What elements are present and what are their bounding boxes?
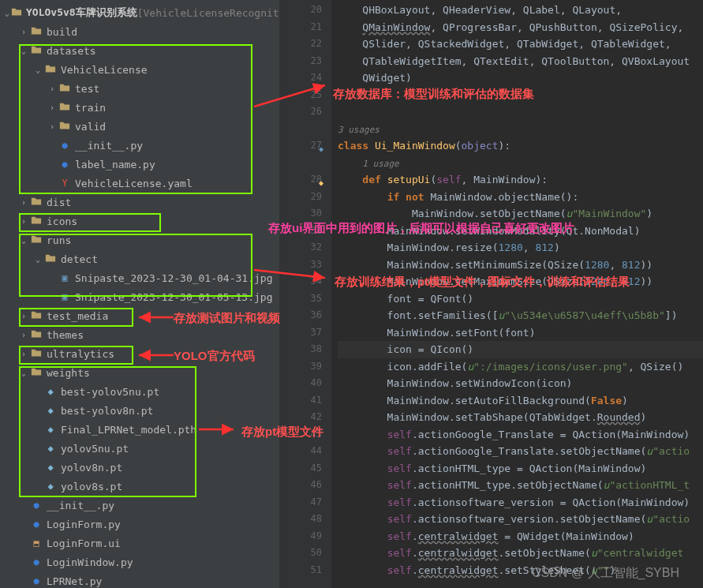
chevron-right-icon[interactable]: › bbox=[19, 312, 28, 320]
code-area[interactable]: QHBoxLayout, QHeaderView, QLabel, QLayou… bbox=[331, 0, 703, 588]
tree-item-label: test bbox=[75, 83, 99, 95]
tree-item[interactable]: ›dist bbox=[0, 193, 279, 212]
tree-item[interactable]: ›build bbox=[0, 22, 279, 41]
line-number: 37 bbox=[280, 324, 322, 342]
code-line[interactable]: MainWindow.resize(1280, 812) bbox=[338, 239, 703, 257]
code-line[interactable]: self.centralwidget.setObjectName(u"centr… bbox=[338, 545, 703, 562]
code-line[interactable]: MainWindow.setWindowIcon(icon) bbox=[338, 375, 703, 392]
line-number: 49 bbox=[280, 528, 322, 545]
code-line[interactable]: def setupUi(self, MainWindow): bbox=[338, 171, 703, 189]
img-icon: ▣ bbox=[58, 290, 71, 303]
project-tree[interactable]: ⌄YOLOv5v8车牌识别系统 [VehicleLicenseRecogniti… bbox=[0, 0, 280, 588]
tree-item[interactable]: ›themes bbox=[0, 325, 279, 344]
code-line[interactable]: self.actionHTML_type.setObjectName(u"act… bbox=[338, 477, 703, 494]
code-line[interactable]: font.setFamilies([u"\u534e\u6587\u4eff\u… bbox=[338, 307, 703, 324]
tree-item[interactable]: ›test_media bbox=[0, 306, 279, 325]
chevron-right-icon[interactable]: › bbox=[19, 217, 28, 226]
code-line[interactable]: MainWindow.setObjectName(u"MainWindow") bbox=[338, 205, 703, 223]
tree-item[interactable]: ●__init__.py bbox=[0, 496, 279, 515]
tree-item[interactable]: ●LoginForm.py bbox=[0, 515, 279, 534]
tree-item-label: yolov5nu.pt bbox=[61, 443, 129, 455]
tree-item[interactable]: ◆yolov8s.pt bbox=[0, 477, 279, 496]
tree-item[interactable]: ◆best-yolov5nu.pt bbox=[0, 382, 279, 401]
tree-item[interactable]: ›test bbox=[0, 79, 279, 98]
tree-item[interactable]: ⌄weights bbox=[0, 363, 279, 382]
tree-item[interactable]: ⌄runs bbox=[0, 230, 279, 249]
line-number: 50 bbox=[280, 545, 322, 562]
tree-item[interactable]: ›train bbox=[0, 98, 279, 117]
chevron-right-icon[interactable]: › bbox=[19, 28, 28, 36]
chevron-right-icon[interactable]: › bbox=[19, 198, 28, 207]
code-line[interactable]: self.actionsoftware_version = QAction(Ma… bbox=[338, 494, 703, 511]
chevron-right-icon[interactable]: › bbox=[19, 350, 28, 358]
chevron-right-icon[interactable]: › bbox=[19, 331, 28, 339]
watermark: CSDN @ 人工智能_SYBH bbox=[532, 565, 679, 582]
tree-item-label: icons bbox=[47, 215, 77, 227]
tree-item[interactable]: ●label_name.py bbox=[0, 155, 279, 174]
code-line[interactable]: self.actionGoogle_Translate.setObjectNam… bbox=[338, 443, 703, 460]
tree-item[interactable]: ⌄YOLOv5v8车牌识别系统 [VehicleLicenseRecogniti… bbox=[0, 3, 279, 22]
code-editor[interactable]: 20212223242526 27◆ 28◆293031323334353637… bbox=[280, 0, 703, 588]
code-line[interactable]: QSlider, QStackedWidget, QTabWidget, QTa… bbox=[338, 36, 703, 53]
code-line[interactable] bbox=[338, 103, 703, 121]
chevron-down-icon[interactable]: ⌄ bbox=[19, 236, 28, 245]
tree-item[interactable]: ●LPRNet.py bbox=[0, 571, 279, 588]
code-line[interactable]: MainWindow.setFont(font) bbox=[338, 324, 703, 342]
tree-item[interactable]: ●LoginWindow.py bbox=[0, 552, 279, 571]
tree-item[interactable]: ●__init__.py bbox=[0, 136, 279, 155]
code-line[interactable]: 1 usage bbox=[338, 155, 703, 172]
tree-item[interactable]: ⌄datasets bbox=[0, 41, 279, 60]
chevron-down-icon[interactable]: ⌄ bbox=[33, 66, 43, 74]
pt-icon: ◆ bbox=[44, 480, 57, 492]
tree-item-label: best-yolov5nu.pt bbox=[61, 386, 159, 398]
chevron-right-icon[interactable]: › bbox=[47, 122, 57, 131]
code-line[interactable]: MainWindow.setMinimumSize(QSize(1280, 81… bbox=[338, 257, 703, 274]
line-number bbox=[280, 121, 322, 138]
tree-item[interactable]: ›valid bbox=[0, 117, 279, 136]
code-line[interactable]: icon = QIcon() bbox=[338, 341, 703, 358]
code-line[interactable]: QTableWidgetItem, QTextEdit, QToolButton… bbox=[338, 53, 703, 70]
tree-item[interactable]: ▣Snipaste_2023-12-30_01-05-13.jpg bbox=[0, 287, 279, 306]
code-line[interactable]: QHBoxLayout, QHeaderView, QLabel, QLayou… bbox=[338, 2, 703, 19]
tree-item[interactable]: ›icons bbox=[0, 212, 279, 230]
pt-icon: ◆ bbox=[44, 404, 57, 417]
code-line[interactable] bbox=[338, 87, 703, 104]
code-line[interactable]: MainWindow.setTabShape(QTabWidget.Rounde… bbox=[338, 409, 703, 426]
chevron-right-icon[interactable]: › bbox=[47, 84, 57, 93]
line-number: 23 bbox=[280, 53, 322, 70]
chevron-down-icon[interactable]: ⌄ bbox=[19, 47, 28, 55]
line-number: 38 bbox=[280, 341, 322, 358]
tree-item[interactable]: ▣Snipaste_2023-12-30_01-04-31.jpg bbox=[0, 268, 279, 287]
code-line[interactable]: MainWindow.setWindowModality(Qt.NonModal… bbox=[338, 223, 703, 240]
tree-item[interactable]: ⌄detect bbox=[0, 249, 279, 268]
code-line[interactable]: MainWindow.setAutoFillBackground(False) bbox=[338, 392, 703, 410]
code-line[interactable]: self.centralwidget = QWidget(MainWindow) bbox=[338, 528, 703, 545]
tree-item[interactable]: ◆best-yolov8n.pt bbox=[0, 401, 279, 420]
tree-item[interactable]: ◆yolov8n.pt bbox=[0, 458, 279, 477]
tree-item[interactable]: ⬒LoginForm.ui bbox=[0, 534, 279, 552]
code-line[interactable]: class Ui_MainWindow(object): bbox=[338, 137, 703, 155]
code-line[interactable]: self.actionHTML_type = QAction(MainWindo… bbox=[338, 460, 703, 478]
tree-item[interactable]: ◆yolov5nu.pt bbox=[0, 439, 279, 458]
code-line[interactable]: self.actionsoftware_version.setObjectNam… bbox=[338, 511, 703, 528]
tree-item[interactable]: ›ultralytics bbox=[0, 344, 279, 363]
code-line[interactable]: 3 usages bbox=[338, 121, 703, 138]
tree-item-label: LoginWindow.py bbox=[47, 556, 133, 568]
code-line[interactable]: icon.addFile(u":/images/icons/user.png",… bbox=[338, 358, 703, 376]
chevron-right-icon[interactable]: › bbox=[47, 103, 57, 112]
tree-item[interactable]: YVehicleLicense.yaml bbox=[0, 174, 279, 193]
code-line[interactable]: font = QFont() bbox=[338, 290, 703, 308]
tree-item[interactable]: ⌄VehicleLicense bbox=[0, 60, 279, 79]
code-line[interactable]: if not MainWindow.objectName(): bbox=[338, 189, 703, 206]
chevron-down-icon[interactable]: ⌄ bbox=[33, 255, 43, 264]
tree-item-label: __init__.py bbox=[75, 140, 143, 152]
code-line[interactable]: QMainWindow, QProgressBar, QPushButton, … bbox=[338, 19, 703, 36]
code-line[interactable]: QWidget) bbox=[338, 69, 703, 87]
chevron-down-icon[interactable]: ⌄ bbox=[5, 9, 9, 17]
line-number: 42 bbox=[280, 409, 322, 426]
code-line[interactable]: self.actionGoogle_Translate = QAction(Ma… bbox=[338, 426, 703, 444]
chevron-down-icon[interactable]: ⌄ bbox=[19, 369, 28, 377]
code-line[interactable]: MainWindow.setMaximumSize(QSize(1280, 81… bbox=[338, 273, 703, 290]
line-number: 24 bbox=[280, 69, 322, 87]
tree-item[interactable]: ◆Final_LPRNet_model.pth bbox=[0, 420, 279, 439]
